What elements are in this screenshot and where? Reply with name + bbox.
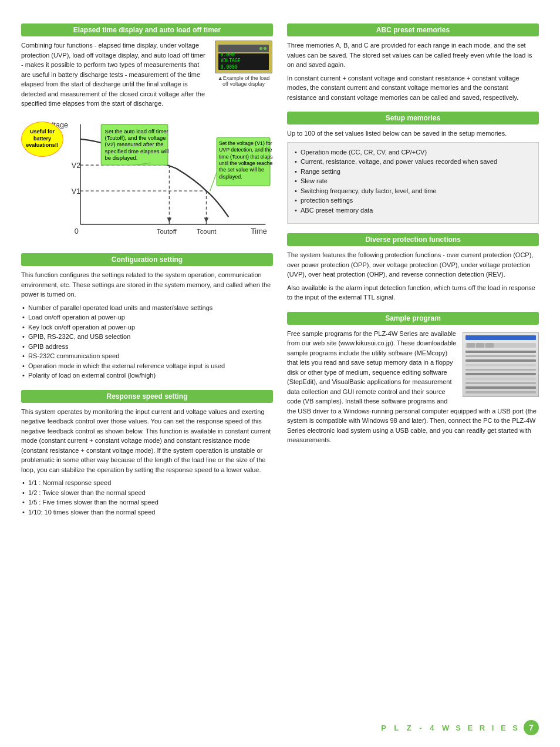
- sample-program-header: Sample program: [287, 312, 539, 325]
- response-speed-header: Response speed setting: [21, 390, 273, 403]
- list-item: GPIB, RS-232C, and USB selection: [21, 332, 273, 342]
- list-item: GPIB address: [21, 342, 273, 352]
- speed-item-10: 1/10: 10 times slower than the normal sp…: [21, 507, 273, 517]
- svg-text:until the voltage reaches: until the voltage reaches: [219, 160, 273, 166]
- svg-text:Toutoff: Toutoff: [157, 228, 177, 235]
- svg-text:Time: Time: [251, 227, 267, 235]
- list-item: Number of parallel operated load units a…: [21, 303, 273, 313]
- list-item: Polarity of load on external control (lo…: [21, 371, 273, 381]
- svg-text:0: 0: [75, 227, 79, 235]
- elapsed-para1: Combining four functions - elapsed time …: [21, 41, 208, 109]
- speed-item-2: 1/2 : Twice slower than the normal speed: [21, 488, 273, 498]
- svg-line-29: [210, 172, 217, 191]
- footer: P L Z - 4 W S E R I E S 7: [381, 720, 539, 735]
- list-item: Current, resistance, voltage, and power …: [294, 157, 532, 167]
- device-top-bar: [218, 45, 269, 52]
- configuration-section: Configuration setting This function conf…: [21, 253, 273, 381]
- svg-text:V1: V1: [72, 187, 80, 196]
- screenshot-header: [465, 335, 536, 341]
- diverse-para2: Also available is the alarm input detect…: [287, 283, 539, 302]
- device-indicator-dot2: [264, 47, 266, 50]
- elapsed-text-block: Combining four functions - elapsed time …: [21, 41, 208, 112]
- useful-bubble: Useful for battery evaluations!!: [21, 122, 63, 157]
- sample-program-screenshot: [463, 332, 539, 397]
- abc-preset-section: ABC preset memories Three memories A, B,…: [287, 23, 539, 102]
- list-item: protection settings: [294, 196, 532, 206]
- configuration-para1: This function configures the settings re…: [21, 270, 273, 300]
- speed-item-1: 1/1 : Normal response speed: [21, 478, 273, 488]
- battery-graph-area: Useful for battery evaluations!! Voltage…: [21, 117, 273, 244]
- setup-memories-box: Operation mode (CC, CR, CV, and CP/+CV) …: [287, 142, 539, 224]
- device-indicator-dot: [259, 47, 262, 50]
- svg-text:specified time elapses will: specified time elapses will: [105, 147, 169, 154]
- svg-marker-11: [167, 217, 172, 223]
- footer-brand: P L Z - 4 W: [381, 724, 452, 732]
- abc-para1: Three memories A, B, and C are provided …: [287, 41, 539, 70]
- abc-para2: In constant current + constant voltage a…: [287, 73, 539, 103]
- speed-item-5: 1/5 : Five times slower than the normal …: [21, 497, 273, 507]
- svg-text:the set value will be: the set value will be: [219, 167, 264, 173]
- elapsed-device-image: 0.000 VOLTAGE 0.0000 ▲Example of the loa…: [214, 41, 273, 87]
- svg-text:time (Tcount) that elapses: time (Tcount) that elapses: [219, 153, 273, 159]
- svg-text:Set the voltage (V1) for: Set the voltage (V1) for: [219, 140, 272, 146]
- speed-list: 1/1 : Normal response speed 1/2 : Twice …: [21, 478, 273, 517]
- svg-text:Set the auto load off timer: Set the auto load off timer: [105, 127, 168, 134]
- list-item: Key lock on/off operation at power-up: [21, 322, 273, 332]
- svg-text:be displayed.: be displayed.: [105, 154, 138, 161]
- svg-text:Tcount: Tcount: [197, 228, 217, 235]
- diverse-protection-section: Diverse protection functions The system …: [287, 233, 539, 302]
- configuration-list: Number of parallel operated load units a…: [21, 303, 273, 381]
- svg-text:V2: V2: [72, 161, 80, 170]
- elapsed-image-row: Combining four functions - elapsed time …: [21, 41, 273, 112]
- setup-memories-section: Setup memories Up to 100 of the set valu…: [287, 112, 539, 224]
- footer-page-number: 7: [524, 720, 539, 735]
- response-speed-section: Response speed setting This system opera…: [21, 390, 273, 517]
- setup-para1: Up to 100 of the set values listed below…: [287, 129, 539, 139]
- svg-text:(Tcutoff), and the voltage: (Tcutoff), and the voltage: [105, 134, 166, 141]
- abc-preset-header: ABC preset memories: [287, 23, 539, 36]
- diverse-para1: The system features the following protec…: [287, 250, 539, 280]
- configuration-header: Configuration setting: [21, 253, 273, 266]
- list-item: RS-232C communication speed: [21, 351, 273, 361]
- device-display: 0.000 VOLTAGE 0.0000: [215, 41, 272, 73]
- list-item: Operation mode in which the external ref…: [21, 361, 273, 371]
- screenshot-toolbar: [465, 343, 536, 348]
- sample-program-section: Sample program: [287, 312, 539, 445]
- list-item: Operation mode (CC, CR, CV, and CP/+CV): [294, 147, 532, 157]
- list-item: Slew rate: [294, 176, 532, 186]
- device-caption: ▲Example of the load off voltage display: [214, 75, 273, 87]
- diverse-protection-header: Diverse protection functions: [287, 233, 539, 246]
- elapsed-time-section: Elapsed time display and auto load off t…: [21, 23, 273, 244]
- device-screen: 0.000 VOLTAGE 0.0000: [218, 53, 269, 70]
- svg-text:UVP detection, and the: UVP detection, and the: [219, 147, 272, 153]
- list-item: Load on/off operation at power-up: [21, 312, 273, 322]
- svg-marker-12: [204, 217, 209, 223]
- response-para1: This system operates by monitoring the i…: [21, 407, 273, 475]
- list-item: Switching frequency, duty factor, level,…: [294, 186, 532, 196]
- setup-memories-list: Operation mode (CC, CR, CV, and CP/+CV) …: [294, 147, 532, 216]
- list-item: Range setting: [294, 167, 532, 177]
- setup-memories-header: Setup memories: [287, 112, 539, 124]
- footer-series: S E R I E S: [456, 724, 520, 732]
- elapsed-time-header: Elapsed time display and auto load off t…: [21, 23, 273, 36]
- svg-text:(V2) measured after the: (V2) measured after the: [105, 141, 164, 147]
- svg-text:displayed.: displayed.: [219, 173, 242, 179]
- list-item: ABC preset memory data: [294, 206, 532, 216]
